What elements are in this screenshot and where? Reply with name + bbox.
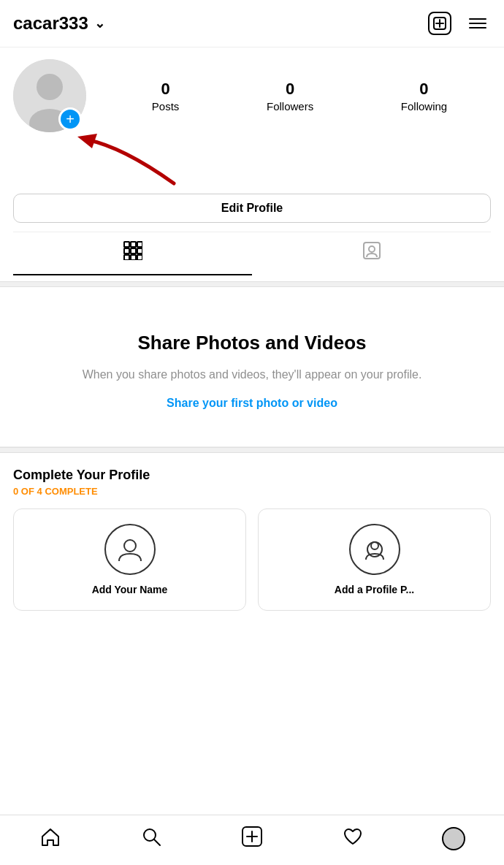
new-post-button[interactable] <box>427 10 453 37</box>
username-area[interactable]: cacar333 ⌄ <box>13 13 105 34</box>
search-icon <box>141 826 161 852</box>
complete-progress: 0 OF 4 COMPLETE <box>13 486 491 497</box>
svg-rect-12 <box>137 248 142 254</box>
nav-search[interactable] <box>133 824 169 853</box>
card2-label: Add a Profile P... <box>335 584 414 595</box>
cards-row: Add Your Name Add a Profile P... <box>13 508 491 611</box>
grid-icon <box>123 241 142 265</box>
menu-button[interactable] <box>465 10 491 37</box>
svg-rect-13 <box>124 255 129 260</box>
share-subtitle: When you share photos and videos, they'l… <box>22 366 482 384</box>
share-link[interactable]: Share your first photo or video <box>22 397 482 410</box>
followers-count: 0 <box>286 80 294 99</box>
card1-label: Add Your Name <box>92 584 168 595</box>
new-post-nav-icon <box>241 826 263 853</box>
following-stat[interactable]: 0 Following <box>401 80 447 113</box>
svg-rect-10 <box>124 248 129 254</box>
followers-stat[interactable]: 0 Followers <box>267 80 313 113</box>
hamburger-icon <box>469 18 486 28</box>
header: cacar333 ⌄ <box>0 0 504 47</box>
header-actions <box>427 10 491 37</box>
section-divider-2 <box>0 447 504 453</box>
profile-top: + 0 Posts 0 Followers 0 Following <box>13 59 491 132</box>
nav-profile[interactable] <box>435 824 472 853</box>
svg-rect-14 <box>131 255 136 260</box>
section-divider <box>0 281 504 287</box>
add-photo-icon: + <box>66 111 75 128</box>
profile-avatar-nav <box>442 827 465 850</box>
add-name-icon <box>104 524 156 575</box>
share-section: Share Photos and Videos When you share p… <box>0 287 504 447</box>
nav-new-post[interactable] <box>234 824 270 853</box>
svg-point-18 <box>124 540 136 552</box>
nav-home[interactable] <box>32 824 69 853</box>
bottom-nav <box>0 815 504 865</box>
nav-activity[interactable] <box>335 824 371 853</box>
svg-rect-8 <box>131 242 136 247</box>
new-post-icon <box>428 12 451 35</box>
card-add-photo[interactable]: Add a Profile P... <box>258 508 491 611</box>
home-icon <box>40 826 61 852</box>
posts-label: Posts <box>152 100 180 113</box>
add-photo-button[interactable]: + <box>58 107 82 131</box>
followers-label: Followers <box>267 100 313 113</box>
card-add-name[interactable]: Add Your Name <box>13 508 246 611</box>
username-text: cacar333 <box>13 13 88 34</box>
avatar-wrap: + <box>13 59 93 132</box>
heart-icon <box>343 826 363 852</box>
svg-line-22 <box>154 839 160 845</box>
svg-point-17 <box>369 246 375 252</box>
svg-rect-15 <box>137 255 142 260</box>
progress-label: COMPLETE <box>45 486 97 497</box>
svg-rect-9 <box>137 242 142 247</box>
tabs-row <box>13 232 491 275</box>
svg-point-4 <box>37 74 63 100</box>
share-title: Share Photos and Videos <box>22 331 482 356</box>
svg-point-20 <box>371 542 378 549</box>
stats-row: 0 Posts 0 Followers 0 Following <box>108 80 491 113</box>
posts-count: 0 <box>161 80 169 99</box>
svg-rect-7 <box>124 242 129 247</box>
username-chevron: ⌄ <box>94 15 105 31</box>
following-count: 0 <box>419 80 428 99</box>
edit-profile-button[interactable]: Edit Profile <box>13 194 491 223</box>
svg-rect-11 <box>131 248 136 254</box>
complete-profile-section: Complete Your Profile 0 OF 4 COMPLETE Ad… <box>0 453 504 611</box>
svg-marker-6 <box>77 134 97 148</box>
tagged-icon <box>362 241 381 265</box>
progress-highlight: 0 OF 4 <box>13 486 45 497</box>
posts-stat[interactable]: 0 Posts <box>152 80 180 113</box>
add-photo-card-icon <box>349 524 400 575</box>
complete-title: Complete Your Profile <box>13 468 491 483</box>
tab-tagged[interactable] <box>252 232 491 275</box>
profile-section: + 0 Posts 0 Followers 0 Following <box>0 47 504 281</box>
following-label: Following <box>401 100 447 113</box>
arrow-annotation <box>57 132 491 191</box>
tab-grid[interactable] <box>13 232 252 275</box>
